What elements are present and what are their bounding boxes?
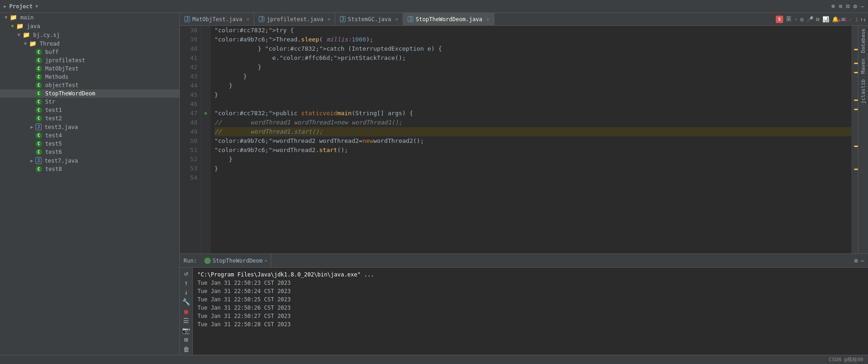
- rerun-btn[interactable]: ↺: [181, 270, 191, 277]
- code-line-51[interactable]: "color:#a9b7c6;">wordThread2.start();: [214, 146, 851, 155]
- code-line-48[interactable]: // wordThread1 wordThread1=new wordThrea…: [214, 118, 851, 127]
- list-btn[interactable]: ☰: [181, 317, 191, 325]
- code-line-44[interactable]: }: [214, 81, 851, 90]
- item-icon-Thread: 📁: [29, 40, 36, 47]
- code-line-40[interactable]: } "color:#cc7832;">catch (InterruptedExc…: [214, 44, 851, 53]
- run-minimize-icon[interactable]: —: [861, 257, 864, 264]
- sidebar-item-test6[interactable]: Ctest6: [0, 148, 179, 156]
- nav-arrows[interactable]: ↑↓: [860, 17, 866, 23]
- code-line-49[interactable]: // wordThread1.start();: [214, 127, 851, 136]
- lang-icon[interactable]: 英: [786, 15, 791, 23]
- code-line-54[interactable]: [214, 173, 851, 182]
- code-line-53[interactable]: }: [214, 164, 851, 173]
- code-line-50[interactable]: "color:#a9b7c6;">wordThread2 wordThread2…: [214, 136, 851, 146]
- gutter-cell-54: [202, 173, 211, 182]
- scroll-indicator-bar: [851, 26, 858, 253]
- sogou-icon[interactable]: S: [776, 16, 783, 23]
- gutter-cell-53: [202, 164, 211, 173]
- code-content[interactable]: "color:#cc7832;">try { "color:#a9b7c6;">…: [211, 26, 851, 253]
- line-number-49: 49: [184, 127, 197, 136]
- camera-btn[interactable]: 📷: [181, 326, 191, 334]
- sync-icon[interactable]: ⊕: [832, 3, 835, 10]
- table-icon[interactable]: ⊟: [816, 16, 820, 23]
- tab-close-StopTheWordDeom[interactable]: ✕: [487, 17, 489, 22]
- wrench-btn[interactable]: 🔧: [181, 298, 191, 306]
- item-icon-test8: C: [36, 166, 42, 172]
- code-container[interactable]: 3839404142434445464748495051525354 ▶ "co…: [180, 26, 851, 253]
- line-number-42: 42: [184, 63, 197, 72]
- sidebar-item-jprofiletest[interactable]: Cjprofiletest: [0, 56, 179, 65]
- filter-icon[interactable]: ⊟: [846, 3, 850, 10]
- sidebar-item-test3.java[interactable]: ▶Jtest3.java: [0, 123, 179, 131]
- sidebar-item-StopTheWordDeom[interactable]: CStopTheWordDeom: [0, 89, 179, 98]
- format-btn[interactable]: ⊞: [181, 336, 191, 344]
- tab-jprofiletest[interactable]: Jjprofiletest.java✕: [254, 13, 335, 25]
- sort-icon[interactable]: ≡: [839, 3, 843, 10]
- editor-main: 3839404142434445464748495051525354 ▶ "co…: [180, 26, 868, 253]
- sidebar-item-java[interactable]: ▼📁java: [0, 22, 179, 30]
- trash-btn[interactable]: 🗑: [181, 346, 191, 353]
- gutter-cell-43: [202, 72, 211, 81]
- voice-icon[interactable]: 🎤: [807, 16, 814, 23]
- sidebar-item-objectTest[interactable]: CobjectTest: [0, 81, 179, 89]
- line-number-54: 54: [184, 173, 197, 182]
- run-settings-icon[interactable]: ⚙: [854, 257, 858, 264]
- tab-MatObjTest[interactable]: JMatObjTest.java✕: [180, 13, 254, 25]
- sidebar-item-test2[interactable]: Ctest2: [0, 114, 179, 123]
- tab-StstemGC[interactable]: JStstemGC.java✕: [335, 13, 403, 25]
- right-panel: Database Maven jclaslib: [858, 26, 868, 253]
- code-line-43[interactable]: }: [214, 72, 851, 81]
- sidebar-item-bj.cy.sj[interactable]: ▼📁bj.cy.sj: [0, 30, 179, 39]
- dropdown-icon[interactable]: ▼: [36, 4, 38, 9]
- run-tab-close[interactable]: ✕: [264, 258, 267, 263]
- code-line-39[interactable]: "color:#a9b7c6;">Thread.sleep( millis: 1…: [214, 35, 851, 44]
- jclaslib-panel-label[interactable]: jclaslib: [860, 76, 866, 106]
- line-number-44: 44: [184, 81, 197, 90]
- expand-arrow-main: ▼: [4, 15, 8, 20]
- mic-icon[interactable]: ◎: [800, 16, 803, 23]
- scroll-down-btn[interactable]: ↓: [181, 288, 191, 296]
- sidebar-item-test5[interactable]: Ctest5: [0, 140, 179, 148]
- tab-StopTheWordDeom[interactable]: JStopTheWordDeom.java✕: [403, 13, 494, 25]
- sidebar-item-test7.java[interactable]: ▶Jtest7.java: [0, 156, 179, 165]
- code-line-47[interactable]: "color:#cc7832;">public static void main…: [214, 109, 851, 118]
- minimize-icon[interactable]: —: [861, 3, 864, 10]
- sidebar-item-buff[interactable]: Cbuff: [0, 48, 179, 56]
- item-label-test5: test5: [45, 141, 62, 147]
- expand-arrow-java: ▼: [10, 23, 15, 29]
- stop-btn[interactable]: ■: [181, 307, 191, 315]
- tab-label-MatObjTest: MatObjTest.java: [192, 16, 242, 23]
- item-icon-objectTest: C: [36, 82, 42, 88]
- code-line-41[interactable]: e."color:#ffc66d;">printStackTrace();: [214, 53, 851, 63]
- sidebar-item-Methods[interactable]: CMethods: [0, 73, 179, 81]
- sidebar-item-test4[interactable]: Ctest4: [0, 131, 179, 140]
- expand-arrow-Thread: ▼: [23, 41, 28, 46]
- sidebar-item-test1[interactable]: Ctest1: [0, 106, 179, 114]
- maven-panel-label[interactable]: Maven: [860, 56, 866, 76]
- database-panel-label[interactable]: Database: [860, 26, 866, 56]
- settings-icon[interactable]: ⚙: [853, 3, 857, 10]
- run-tab[interactable]: StopTheWordDeom ✕: [201, 254, 271, 267]
- sidebar-item-MatObjTest[interactable]: CMatObjTest: [0, 65, 179, 73]
- tab-close-StstemGC[interactable]: ✕: [395, 17, 398, 22]
- sidebar-item-main[interactable]: ▼📁main: [0, 13, 179, 22]
- tab-close-jprofiletest[interactable]: ✕: [327, 17, 330, 22]
- sidebar-item-Thread[interactable]: ▼📁Thread: [0, 39, 179, 48]
- code-line-45[interactable]: }: [214, 90, 851, 100]
- code-line-38[interactable]: "color:#cc7832;">try {: [214, 26, 851, 35]
- tab-close-MatObjTest[interactable]: ✕: [246, 17, 249, 22]
- item-icon-main: 📁: [10, 14, 17, 21]
- line-numbers: 3839404142434445464748495051525354: [180, 26, 202, 253]
- code-line-52[interactable]: }: [214, 155, 851, 164]
- warning-badge: ⚠ 8: [827, 17, 836, 23]
- gutter-cell-50: [202, 136, 211, 146]
- expand-arrow-main[interactable]: ▶: [4, 4, 6, 9]
- dot-icon[interactable]: ·: [794, 16, 797, 23]
- sidebar-item-test8[interactable]: Ctest8: [0, 165, 179, 173]
- sidebar-item-Str[interactable]: CStr: [0, 98, 179, 106]
- code-line-42[interactable]: }: [214, 63, 851, 72]
- scroll-warn-1: [854, 49, 858, 50]
- tab-label-jprofiletest: jprofiletest.java: [267, 16, 323, 23]
- scroll-up-btn[interactable]: ↑: [181, 279, 191, 287]
- code-line-46[interactable]: [214, 100, 851, 109]
